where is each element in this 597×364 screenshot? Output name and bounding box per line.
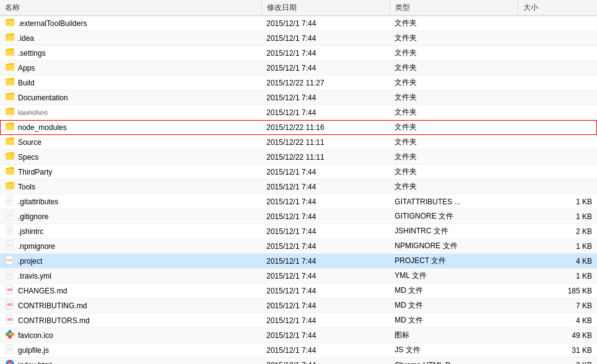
file-type: MD 文件 xyxy=(390,313,518,328)
table-row[interactable]: launches 2015/12/1 7:44 文件夹 xyxy=(0,105,597,120)
table-row[interactable]: Apps 2015/12/1 7:44 文件夹 xyxy=(0,61,597,76)
file-name: gulpfile.js xyxy=(18,346,49,355)
file-date: 2015/12/1 7:44 xyxy=(261,105,390,120)
table-row[interactable]: .externalToolBuilders 2015/12/1 7:44 文件夹 xyxy=(0,16,597,31)
table-row[interactable]: gulpfile.js 2015/12/1 7:44 JS 文件 31 KB xyxy=(0,343,597,358)
file-type: 文件夹 xyxy=(390,105,518,120)
file-name-cell[interactable]: MD CHANGES.md xyxy=(0,284,261,298)
table-row[interactable]: .travis.yml 2015/12/1 7:44 YML 文件 1 KB xyxy=(0,269,597,284)
folder-icon xyxy=(5,106,15,118)
file-size xyxy=(518,105,597,120)
file-name-cell[interactable]: ThirdParty xyxy=(0,165,261,180)
table-row[interactable]: Tools 2015/12/1 7:44 文件夹 xyxy=(0,180,597,194)
table-row[interactable]: .idea 2015/12/1 7:44 文件夹 xyxy=(0,31,597,46)
file-type: 文件夹 xyxy=(390,150,518,165)
file-name: .idea xyxy=(18,34,34,43)
table-row[interactable]: .settings 2015/12/1 7:44 文件夹 xyxy=(0,46,597,61)
svg-rect-40 xyxy=(6,345,12,353)
file-name: Apps xyxy=(18,64,35,72)
file-date: 2015/12/1 7:44 xyxy=(261,194,390,209)
file-name-cell[interactable]: .jshintrc xyxy=(0,224,261,239)
folder-icon xyxy=(5,32,15,44)
file-date: 2015/12/1 7:44 xyxy=(261,31,390,46)
table-row[interactable]: ThirdParty 2015/12/1 7:44 文件夹 xyxy=(0,165,597,180)
folder-icon xyxy=(5,136,15,148)
table-row[interactable]: .gitattributes 2015/12/1 7:44 GITATTRIBU… xyxy=(0,194,597,209)
file-name-cell[interactable]: Specs xyxy=(0,150,261,165)
table-row[interactable]: favicon.ico 2015/12/1 7:44 图标 49 KB xyxy=(0,328,597,343)
file-name-cell[interactable]: .externalToolBuilders xyxy=(0,16,261,31)
file-date: 2015/12/22 11:27 xyxy=(261,76,390,90)
file-type: Chrome HTML D... xyxy=(390,358,518,365)
file-name-cell[interactable]: launches xyxy=(0,105,261,120)
table-row[interactable]: MD CONTRIBUTORS.md 2015/12/1 7:44 MD 文件 … xyxy=(0,313,597,328)
file-name-cell[interactable]: .travis.yml xyxy=(0,269,261,284)
file-name-cell[interactable]: MD CONTRIBUTING.md xyxy=(0,298,261,313)
file-name-cell[interactable]: .gitignore xyxy=(0,209,261,224)
file-size xyxy=(518,135,597,150)
table-header-row: 名称 修改日期 类型 大小 xyxy=(0,0,597,16)
file-icon xyxy=(5,210,15,222)
folder-icon xyxy=(5,181,15,193)
file-name-cell[interactable]: index.html xyxy=(0,358,261,365)
file-type: 文件夹 xyxy=(390,46,518,61)
table-row[interactable]: .gitignore 2015/12/1 7:44 GITIGNORE 文件 1… xyxy=(0,209,597,224)
file-name: Build xyxy=(18,79,35,87)
file-name-cell[interactable]: .gitattributes xyxy=(0,194,261,209)
file-name-cell[interactable]: gulpfile.js xyxy=(0,343,261,358)
file-size: 2 KB xyxy=(518,224,597,239)
column-header-date[interactable]: 修改日期 xyxy=(261,0,390,16)
svg-text:XML: XML xyxy=(7,259,12,262)
file-name-cell[interactable]: MD CONTRIBUTORS.md xyxy=(0,313,261,328)
file-type: NPMIGNORE 文件 xyxy=(390,239,518,254)
file-name-cell[interactable]: favicon.ico xyxy=(0,328,261,343)
file-name-cell[interactable]: Source xyxy=(0,135,261,150)
table-row[interactable]: MD CHANGES.md 2015/12/1 7:44 MD 文件 185 K… xyxy=(0,284,597,298)
table-row[interactable]: index.html 2015/12/1 7:44 Chrome HTML D.… xyxy=(0,358,597,365)
file-date: 2015/12/1 7:44 xyxy=(261,224,390,239)
file-size: 4 KB xyxy=(518,254,597,269)
file-name: .externalToolBuilders xyxy=(18,19,87,28)
table-row[interactable]: XML .project 2015/12/1 7:44 PROJECT 文件 4… xyxy=(0,254,597,269)
file-date: 2015/12/1 7:44 xyxy=(261,328,390,343)
column-header-size[interactable]: 大小 xyxy=(518,0,597,16)
file-size xyxy=(518,180,597,194)
file-name: favicon.ico xyxy=(18,331,53,340)
file-size: 1 KB xyxy=(518,194,597,209)
table-row[interactable]: Source 2015/12/22 11:11 文件夹 xyxy=(0,135,597,150)
file-type: GITIGNORE 文件 xyxy=(390,209,518,224)
file-name-cell[interactable]: node_modules xyxy=(0,120,261,135)
folder-icon xyxy=(5,77,15,89)
file-name-cell[interactable]: .settings xyxy=(0,46,261,61)
table-row[interactable]: .npmignore 2015/12/1 7:44 NPMIGNORE 文件 1… xyxy=(0,239,597,254)
file-name: .travis.yml xyxy=(18,272,51,280)
file-name-cell[interactable]: Apps xyxy=(0,61,261,76)
table-row[interactable]: MD CONTRIBUTING.md 2015/12/1 7:44 MD 文件 … xyxy=(0,298,597,313)
file-name-cell[interactable]: .idea xyxy=(0,31,261,46)
table-row[interactable]: Build 2015/12/22 11:27 文件夹 xyxy=(0,76,597,90)
table-row[interactable]: .jshintrc 2015/12/1 7:44 JSHINTRC 文件 2 K… xyxy=(0,224,597,239)
file-type: MD 文件 xyxy=(390,298,518,313)
file-size: 3 KB xyxy=(518,358,597,365)
file-name: .gitattributes xyxy=(18,197,58,206)
table-row[interactable]: node_modules 2015/12/22 11:16 文件夹 xyxy=(0,120,597,135)
column-header-name[interactable]: 名称 xyxy=(0,0,261,16)
file-size xyxy=(518,16,597,31)
file-explorer[interactable]: 名称 修改日期 类型 大小 .externalToolBuilders 2015… xyxy=(0,0,597,364)
table-row[interactable]: Specs 2015/12/22 11:11 文件夹 xyxy=(0,150,597,165)
file-name-cell[interactable]: Documentation xyxy=(0,90,261,105)
file-name-cell[interactable]: Tools xyxy=(0,180,261,194)
file-name-cell[interactable]: Build xyxy=(0,76,261,90)
file-type: 文件夹 xyxy=(390,16,518,31)
table-row[interactable]: Documentation 2015/12/1 7:44 文件夹 xyxy=(0,90,597,105)
svg-rect-5 xyxy=(6,211,12,220)
file-size: 1 KB xyxy=(518,269,597,284)
folder-icon xyxy=(5,47,15,59)
file-name: launches xyxy=(18,108,48,117)
file-name-cell[interactable]: XML .project xyxy=(0,254,261,269)
file-ico-icon xyxy=(5,329,15,341)
file-icon xyxy=(5,225,15,237)
column-header-type[interactable]: 类型 xyxy=(390,0,518,16)
file-name-cell[interactable]: .npmignore xyxy=(0,239,261,254)
file-type: GITATTRIBUTES ... xyxy=(390,194,518,209)
